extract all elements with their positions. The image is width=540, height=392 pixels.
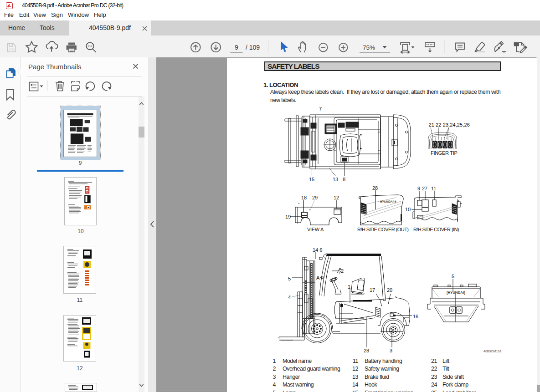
svg-text:3: 3 [390, 348, 392, 353]
svg-text:1: 1 [348, 284, 350, 290]
svg-text:8: 8 [343, 177, 345, 182]
svg-text:VIEW A: VIEW A [307, 227, 324, 232]
svg-text:[HYUNDAI]: [HYUNDAI] [447, 290, 465, 295]
svg-text:7: 7 [319, 106, 322, 112]
svg-text:19: 19 [285, 214, 291, 219]
svg-text:HYUNDAI-9: HYUNDAI-9 [380, 200, 396, 203]
svg-text:/ 109: / 109 [246, 44, 260, 51]
svg-text:21 22 23,24,25,26: 21 22 23,24,25,26 [429, 122, 470, 127]
svg-text:28: 28 [372, 185, 378, 191]
svg-text:15: 15 [309, 177, 314, 182]
svg-text:75%: 75% [363, 44, 375, 51]
svg-text:18: 18 [301, 195, 307, 200]
svg-text:11: 11 [431, 186, 436, 191]
svg-text:14 6: 14 6 [313, 247, 322, 253]
svg-text:9: 9 [417, 186, 420, 191]
svg-text:12: 12 [334, 195, 339, 200]
svg-text:28: 28 [364, 348, 369, 353]
svg-text:13: 13 [333, 177, 338, 182]
svg-text:2: 2 [341, 268, 344, 274]
svg-text:R/H SIDE COVER (IN): R/H SIDE COVER (IN) [413, 227, 459, 232]
svg-text:5: 5 [288, 276, 291, 281]
svg-text:27: 27 [422, 186, 427, 191]
svg-text:FINGER TIP: FINGER TIP [431, 150, 458, 156]
svg-text:17: 17 [370, 287, 375, 293]
svg-text:A: A [316, 275, 320, 280]
svg-text:16: 16 [413, 314, 418, 319]
svg-text:5: 5 [452, 274, 454, 279]
svg-text:9: 9 [235, 44, 238, 51]
svg-text:20: 20 [387, 287, 392, 293]
svg-text:4: 4 [288, 295, 291, 300]
svg-text:10: 10 [405, 207, 411, 212]
svg-text:29: 29 [312, 195, 318, 200]
svg-text:R/H SIDE COVER (OUT): R/H SIDE COVER (OUT) [357, 227, 408, 232]
